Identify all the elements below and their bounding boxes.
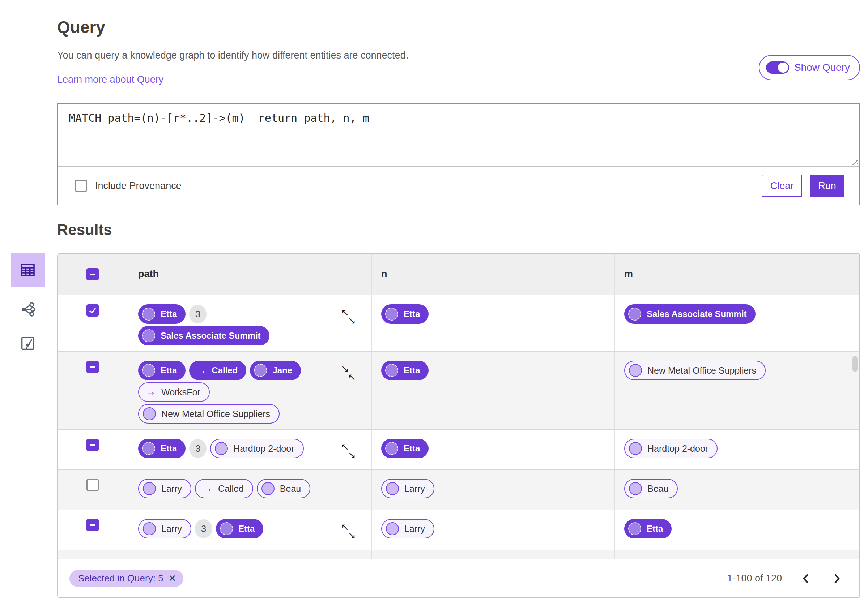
column-header-path[interactable]: path bbox=[127, 254, 372, 294]
node-circle-icon bbox=[142, 364, 155, 377]
node-pill[interactable]: Hardtop 2-door bbox=[210, 439, 303, 458]
n-line: Etta bbox=[381, 361, 607, 380]
node-pill[interactable]: Larry bbox=[381, 479, 434, 498]
path-line: Larry3Etta bbox=[138, 519, 337, 538]
node-pill[interactable]: Etta bbox=[138, 361, 185, 380]
m-cell: Beau bbox=[615, 470, 850, 509]
query-textarea-wrap: MATCH path=(n)-[r*..2]->(m) return path,… bbox=[58, 104, 859, 166]
scrollbar-gutter-cell bbox=[850, 470, 859, 509]
pill-label: Larry bbox=[404, 524, 425, 534]
node-circle-icon bbox=[629, 442, 642, 455]
node-pill[interactable]: New Metal Office Suppliers bbox=[138, 404, 280, 424]
m-cell: Hardtop 2-door bbox=[615, 430, 850, 470]
pill-label: Beau bbox=[280, 484, 301, 494]
node-pill[interactable]: Etta bbox=[381, 439, 429, 458]
node-pill[interactable]: Etta bbox=[624, 519, 672, 538]
graph-view-button[interactable] bbox=[11, 298, 45, 321]
row-checkbox[interactable] bbox=[86, 361, 99, 373]
path-line: Sales Associate Summit bbox=[138, 326, 337, 345]
column-header-n[interactable]: n bbox=[372, 254, 615, 294]
edge-pill[interactable]: →Called bbox=[189, 361, 246, 380]
node-pill[interactable]: Sales Associate Summit bbox=[138, 326, 269, 345]
row-checkbox[interactable] bbox=[86, 519, 99, 531]
node-pill[interactable]: Etta bbox=[381, 361, 429, 380]
row-checkbox-cell bbox=[58, 550, 127, 559]
diagonal-arrow-icon: ↖ bbox=[348, 372, 356, 381]
clear-button[interactable]: Clear bbox=[762, 175, 802, 197]
scrollbar-gutter-cell bbox=[850, 295, 859, 351]
learn-more-link[interactable]: Learn more about Query bbox=[57, 74, 164, 85]
next-page-button[interactable] bbox=[830, 571, 844, 586]
diagonal-arrow-icon: ↘ bbox=[348, 450, 356, 460]
edge-pill[interactable]: →Called bbox=[195, 479, 253, 498]
n-cell: Etta bbox=[372, 430, 615, 470]
expand-row-icon[interactable]: ↖↘ bbox=[341, 522, 358, 540]
path-line: Larry→CalledBeau bbox=[138, 479, 337, 498]
pill-label: Hardtop 2-door bbox=[647, 444, 708, 454]
show-query-label: Show Query bbox=[794, 62, 850, 73]
previous-page-button[interactable] bbox=[799, 571, 813, 586]
map-view-button[interactable] bbox=[11, 332, 45, 355]
pill-label: Called bbox=[218, 484, 244, 494]
node-pill[interactable]: Etta bbox=[138, 304, 185, 324]
edge-pill[interactable]: →WorksFor bbox=[138, 382, 210, 402]
diagonal-arrow-icon: ↘ bbox=[348, 316, 356, 325]
pill-label: Etta bbox=[238, 524, 255, 534]
view-switcher-rail bbox=[11, 253, 45, 355]
node-circle-icon bbox=[385, 442, 398, 455]
edge-arrow-icon: → bbox=[203, 484, 212, 494]
query-editor-footer: Include Provenance Clear Run bbox=[58, 166, 859, 205]
run-button[interactable]: Run bbox=[810, 175, 844, 197]
node-pill[interactable]: Etta bbox=[381, 304, 429, 324]
selected-in-query-chip[interactable]: Selected in Query: 5 ✕ bbox=[69, 570, 183, 587]
path-line: Etta3Hardtop 2-door bbox=[138, 439, 337, 458]
m-cell: Etta bbox=[615, 510, 850, 550]
select-all-checkbox[interactable] bbox=[86, 268, 99, 281]
node-pill[interactable]: Larry bbox=[138, 519, 191, 538]
expand-row-icon[interactable]: ↖↘ bbox=[341, 308, 358, 326]
node-pill[interactable]: Larry bbox=[381, 519, 434, 538]
collapse-row-icon[interactable]: ↘↖ bbox=[341, 364, 358, 382]
node-pill[interactable]: New Metal Office Suppliers bbox=[624, 361, 766, 380]
show-query-toggle-button[interactable]: Show Query bbox=[759, 55, 860, 80]
chip-dismiss-icon[interactable]: ✕ bbox=[168, 573, 176, 584]
table-row: Etta3Hardtop 2-door↖↘EttaHardtop 2-door bbox=[58, 430, 859, 470]
column-header-m[interactable]: m bbox=[615, 254, 850, 294]
node-pill[interactable]: Sales Associate Summit bbox=[624, 304, 755, 324]
hidden-nodes-count-badge: 3 bbox=[189, 305, 206, 323]
node-pill[interactable]: Etta bbox=[216, 519, 263, 538]
path-cell: Etta→CalledJane→WorksForNew Metal Office… bbox=[127, 352, 372, 429]
node-pill[interactable]: Beau bbox=[624, 479, 678, 498]
pill-label: Sales Associate Summit bbox=[646, 309, 747, 319]
node-circle-icon bbox=[386, 482, 399, 495]
pill-label: Etta bbox=[160, 444, 177, 453]
row-checkbox-cell bbox=[58, 430, 127, 470]
query-input[interactable]: MATCH path=(n)-[r*..2]->(m) return path,… bbox=[58, 104, 859, 166]
n-cell bbox=[372, 550, 615, 559]
path-cell: Larry3Etta↖↘ bbox=[127, 510, 372, 550]
row-checkbox[interactable] bbox=[86, 304, 99, 317]
pill-label: Larry bbox=[404, 484, 425, 494]
node-circle-icon bbox=[220, 522, 233, 535]
n-cell: Etta bbox=[372, 352, 615, 429]
row-checkbox[interactable] bbox=[86, 439, 99, 451]
node-pill[interactable]: Etta bbox=[138, 439, 185, 458]
node-pill[interactable]: Hardtop 2-door bbox=[624, 439, 718, 458]
row-checkbox[interactable] bbox=[86, 479, 99, 491]
n-cell: Larry bbox=[372, 510, 615, 550]
table-scrollbar-thumb[interactable] bbox=[853, 356, 857, 372]
node-pill[interactable]: Larry bbox=[138, 479, 191, 498]
pill-label: Larry bbox=[161, 524, 182, 534]
expand-row-icon[interactable]: ↖↘ bbox=[341, 442, 358, 460]
node-pill[interactable]: Beau bbox=[257, 479, 310, 498]
pill-label: Called bbox=[212, 365, 238, 375]
results-table: path n m Etta3Sales Associate Summit↖↘Et… bbox=[57, 253, 860, 598]
m-line: Hardtop 2-door bbox=[624, 439, 842, 458]
include-provenance-checkbox[interactable] bbox=[75, 180, 87, 192]
m-line: Sales Associate Summit bbox=[624, 304, 842, 324]
chevron-right-icon bbox=[832, 573, 842, 584]
scrollbar-gutter-cell bbox=[850, 430, 859, 470]
node-circle-icon bbox=[629, 482, 642, 495]
table-view-button[interactable] bbox=[11, 253, 45, 287]
node-pill[interactable]: Jane bbox=[250, 361, 301, 380]
